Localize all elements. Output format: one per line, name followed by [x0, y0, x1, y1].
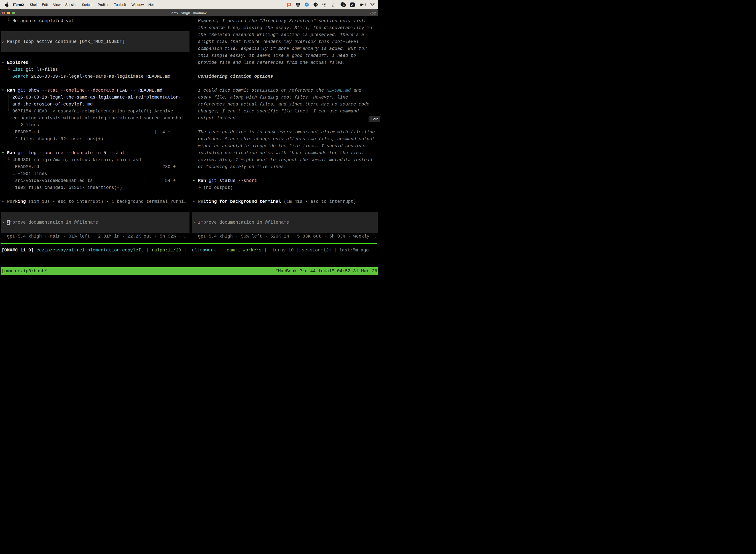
svg-text:..61: ..61 [342, 4, 346, 6]
svg-text:1: 1 [375, 12, 376, 15]
